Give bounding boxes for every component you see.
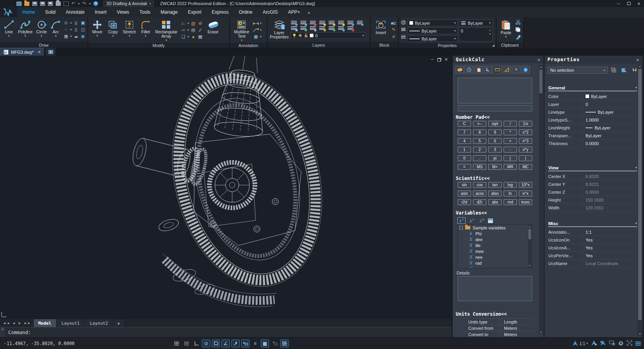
tab-express[interactable]: Express xyxy=(207,7,234,17)
calc-key[interactable]: d2r xyxy=(473,199,486,205)
property-row[interactable]: Center Z0.0000 xyxy=(548,188,637,196)
delete-variable-icon[interactable]: x× xyxy=(478,218,486,224)
arc-button[interactable]: Arc▾ xyxy=(49,18,62,41)
chevron-down-icon[interactable]: ▾ xyxy=(70,22,72,24)
calc-key[interactable]: x^y xyxy=(519,147,532,153)
linetype-dropdown[interactable]: ByLayer ▾ xyxy=(408,27,458,34)
section-view[interactable]: View▾ xyxy=(548,165,637,171)
gear-icon[interactable] xyxy=(618,340,624,347)
help-icon[interactable] xyxy=(93,1,98,6)
ribbon-collapse-icon[interactable]: ▲ xyxy=(307,7,311,17)
variable-row[interactable]: Xille xyxy=(458,242,532,248)
calc-key[interactable]: 6 xyxy=(488,138,502,144)
calc-key[interactable]: 9 xyxy=(488,129,502,135)
spinner-up-icon[interactable]: ▴ xyxy=(489,29,491,32)
multiple-points-icon[interactable]: ∷ xyxy=(63,27,69,33)
calc-key[interactable]: <-- xyxy=(473,121,486,127)
quickcalc-scrollbar[interactable]: ▲ ▼ xyxy=(539,65,543,334)
lineweight-list-icon[interactable] xyxy=(400,34,406,39)
calc-key[interactable]: cos xyxy=(473,182,486,188)
new-variable-icon[interactable]: x+ xyxy=(457,217,466,224)
calc-key[interactable]: sin xyxy=(458,182,471,188)
annotation-monitor-toggle[interactable] xyxy=(280,340,289,347)
tree-scrollbar[interactable]: ▲ ▼ xyxy=(528,225,531,267)
close-document-icon[interactable]: ✕ xyxy=(38,50,41,54)
object-snap-tracking-toggle[interactable]: ∠ xyxy=(222,340,230,347)
layer-match-icon[interactable] xyxy=(338,20,344,25)
polar-tracking-toggle[interactable]: ⊙ xyxy=(202,340,210,347)
calc-key[interactable]: rnd xyxy=(504,199,517,205)
quickcalc-input[interactable] xyxy=(458,105,532,111)
layer-delete-icon[interactable] xyxy=(347,26,354,31)
calc-key[interactable]: 2 xyxy=(473,147,486,153)
calc-key[interactable]: pi xyxy=(488,155,502,161)
calc-key[interactable]: sqrt xyxy=(488,121,502,127)
layer-freeze-viewport-icon[interactable] xyxy=(319,26,326,31)
property-row[interactable]: Annotatio...1:1 xyxy=(548,228,637,236)
status-menu-icon[interactable] xyxy=(635,342,641,345)
calc-key[interactable]: abs xyxy=(488,199,502,205)
chevron-down-icon[interactable]: ▾ xyxy=(187,35,189,38)
scroll-up-icon[interactable]: ▲ xyxy=(528,225,531,228)
calc-key[interactable]: = xyxy=(458,164,471,170)
plot-style-dropdown[interactable]: ByLayer ▾ xyxy=(459,20,493,26)
calc-key[interactable]: M+ xyxy=(488,164,502,170)
mirror-icon[interactable]: ∕∕ xyxy=(197,27,203,33)
manage-attributes-icon[interactable]: ≡ xyxy=(391,34,397,39)
table-icon[interactable]: ▦ xyxy=(253,34,259,40)
variable-row[interactable]: Xdee xyxy=(458,236,532,242)
circle-button[interactable]: Circle▾ xyxy=(35,18,48,41)
spline-icon[interactable]: S xyxy=(73,20,79,26)
chevron-down-icon[interactable]: ▾ xyxy=(70,35,72,38)
rotate-icon[interactable]: @ xyxy=(190,21,196,26)
scale-icon[interactable]: ▱ xyxy=(180,27,186,33)
scientific-section-header[interactable]: Scientific<< xyxy=(456,176,490,181)
mdi-minimize-button[interactable]: ─ xyxy=(431,58,434,62)
property-row[interactable]: Center X6.8320 xyxy=(548,173,637,180)
tab-insert[interactable]: Insert xyxy=(90,7,112,17)
align-icon[interactable]: ▤ xyxy=(190,27,196,33)
intersection-icon[interactable]: ✕ xyxy=(512,66,520,73)
object-snap-toggle[interactable] xyxy=(212,340,220,347)
section-general[interactable]: General▾ xyxy=(548,85,637,91)
paste-button[interactable]: Paste▾ xyxy=(498,18,514,41)
property-row[interactable]: Center Y8.9221 xyxy=(548,180,637,188)
section-misc[interactable]: Misc▾ xyxy=(548,220,637,227)
property-row[interactable]: LinetypeS...1.0000 xyxy=(548,116,637,124)
calc-key[interactable]: 1 xyxy=(458,147,471,153)
calc-key[interactable]: 3 xyxy=(488,147,502,153)
calc-key[interactable]: 4 xyxy=(458,138,471,144)
tab-model[interactable]: Model xyxy=(34,319,56,327)
layer-freeze-icon[interactable] xyxy=(300,20,307,25)
calc-key[interactable]: MC xyxy=(519,164,532,170)
insert-button[interactable]: Insert xyxy=(372,18,389,41)
variable-row[interactable]: Xmee xyxy=(458,248,532,254)
cut-icon[interactable] xyxy=(515,20,521,25)
layer-merge-icon[interactable] xyxy=(328,26,335,31)
trim-icon[interactable]: ∕– xyxy=(180,21,186,26)
workspace-switcher[interactable]: 2D Drafting & Annotati ▾ xyxy=(104,1,154,7)
mdi-close-button[interactable]: ✕ xyxy=(445,58,448,62)
quickcalc-close-icon[interactable]: ✕ xyxy=(537,57,540,62)
fillet-button[interactable]: Fillet▾ xyxy=(139,18,152,42)
snap-mode-toggle[interactable] xyxy=(182,340,191,347)
scroll-up-icon[interactable]: ▲ xyxy=(638,65,642,67)
explode-icon[interactable]: ● xyxy=(190,34,196,40)
calc-key[interactable]: tan xyxy=(488,182,502,188)
property-row[interactable]: Height150.1683 xyxy=(548,196,637,204)
save-as-icon[interactable] xyxy=(40,2,45,6)
variable-row[interactable]: kPhi xyxy=(458,231,532,236)
collapse-icon[interactable]: − xyxy=(459,226,463,229)
close-button[interactable]: ✕ xyxy=(634,2,644,6)
layer-walk-icon[interactable] xyxy=(309,26,316,31)
color-dropdown[interactable]: ByLayer ▾ xyxy=(408,20,458,26)
prev-tab-icon[interactable]: ◄ xyxy=(12,321,16,325)
snap-lightning-toggle[interactable] xyxy=(231,340,240,347)
calc-key[interactable]: ( xyxy=(504,155,517,161)
donut-icon[interactable]: ◉ xyxy=(80,34,86,39)
calc-key[interactable]: e^x xyxy=(519,191,532,196)
redo-icon[interactable]: ↷ xyxy=(82,2,86,5)
calc-key[interactable]: MR xyxy=(504,164,517,170)
layer-isolate-icon[interactable] xyxy=(357,20,363,25)
calc-key[interactable]: acos xyxy=(473,191,486,196)
